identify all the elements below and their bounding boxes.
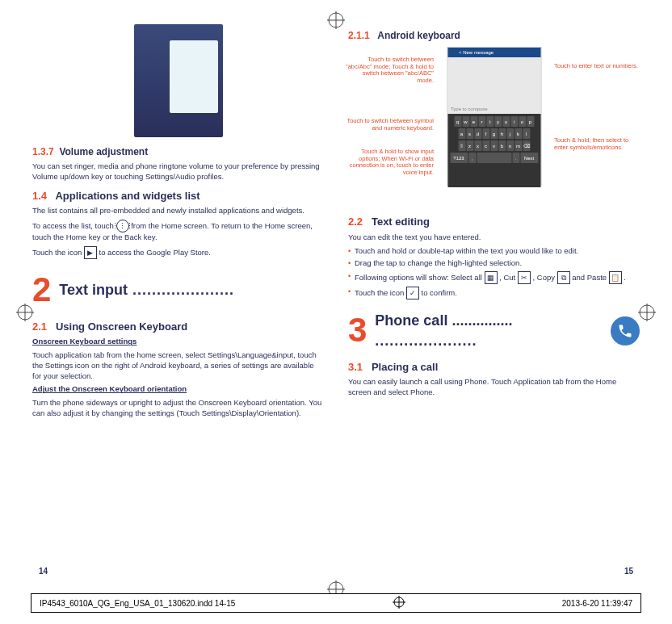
page-number-right: 15: [624, 567, 633, 576]
keyboard-phone-mock: < New message Type to compose q w e r t …: [447, 47, 541, 186]
body-1-4-p3: Touch the icon ▶ to access the Google Pl…: [32, 246, 324, 259]
list-item: Following options will show: Select all …: [348, 271, 640, 284]
settings-screenshot: [134, 24, 223, 137]
keyboard-key: x: [474, 140, 481, 151]
symbol-key: ?123: [450, 153, 468, 163]
chapter-3-heading: 3 Phone call ...............: [348, 308, 640, 354]
keyboard-key: u: [502, 116, 510, 127]
keyboard-key: o: [519, 116, 526, 127]
apps-grid-icon: ⋮⋮⋮: [116, 220, 129, 232]
page-number-left: 14: [39, 567, 48, 576]
heading-2-2: 2.2 Text editing: [348, 215, 640, 229]
cut-icon: ✂: [518, 271, 531, 284]
keyboard-key: v: [490, 140, 498, 151]
phone-app-icon: [611, 316, 640, 346]
list-item: Touch and hold or double-tap within the …: [348, 246, 640, 257]
callout-mode-switch: Touch to switch between "abc/Abc" mode; …: [345, 57, 434, 85]
keyboard-key: k: [514, 128, 522, 139]
keyboard-key: d: [474, 128, 481, 139]
keyboard-key: s: [466, 128, 473, 139]
list-item: Touch the icon ✓ to confirm.: [348, 287, 640, 299]
list-item: Drag the tap to change the high-lighted …: [348, 258, 640, 269]
body-3-1: You can easily launch a call using Phone…: [348, 377, 640, 398]
body-1-3-7: You can set ringer, media and phone ring…: [32, 161, 324, 182]
keyboard-key: f: [482, 128, 489, 139]
keyboard-key: y: [494, 116, 502, 127]
select-all-icon: ▦: [485, 271, 498, 284]
right-page: 2.1.1 Android keyboard Touch to switch b…: [348, 24, 640, 422]
compose-placeholder: Type to compose: [451, 106, 488, 112]
callout-voice-input: Touch & hold to show input options; When…: [345, 149, 434, 177]
keyboard-key: z: [466, 140, 473, 151]
heading-1-3-7: 1.3.7 Volume adjustment: [32, 145, 324, 158]
backspace-key-icon: ⌫: [523, 140, 530, 151]
registration-mark-icon: [638, 304, 656, 321]
subheading-kb-orientation: Adjust the Onscreen Keyboard orientation: [32, 384, 324, 395]
keyboard-key: q: [454, 116, 461, 127]
chapter-2-heading: 2 Text input: [32, 267, 324, 313]
message-area: Type to compose: [447, 57, 540, 114]
keyboard-key: p: [527, 116, 534, 127]
keyboard-rows: q w e r t y u i o p a s d: [447, 114, 540, 187]
keyboard-key: l: [523, 128, 530, 139]
callout-symbol-keyboard: Touch to switch between symbol and numer…: [345, 118, 434, 132]
print-footer: IP4543_6010A_QG_Eng_USA_01_130620.indd 1…: [31, 593, 641, 613]
registration-mark-icon: [16, 304, 34, 321]
keyboard-key: e: [470, 116, 477, 127]
next-key: Next: [520, 153, 538, 163]
subheading-kb-settings: Onscreen Keyboard settings: [32, 337, 324, 347]
copy-icon: ⧉: [557, 271, 570, 284]
heading-1-4: 1.4 Applications and widgets list: [32, 189, 324, 203]
body-kb-settings: Touch application tab from the home scre…: [32, 350, 324, 381]
keyboard-key: m: [514, 140, 522, 151]
paste-icon: 📋: [609, 271, 622, 284]
callout-hold-symbols: Touch & hold, then select to enter symbo…: [554, 137, 643, 151]
page-spread: 1.3.7 Volume adjustment You can set ring…: [0, 0, 672, 422]
body-1-4-p1: The list contains all pre-embedded and n…: [32, 206, 324, 216]
keyboard-key: h: [498, 128, 506, 139]
footer-timestamp: 2013-6-20 11:39:47: [562, 599, 632, 608]
space-key: [477, 153, 511, 163]
keyboard-key: i: [510, 116, 518, 127]
keyboard-key: w: [462, 116, 469, 127]
phone-title-bar: < New message: [447, 48, 540, 57]
callout-enter-text: Touch to enter text or numbers.: [554, 63, 643, 70]
heading-2-1: 2.1 Using Onscreen Keyboard: [32, 320, 324, 334]
keyboard-key: j: [506, 128, 514, 139]
heading-2-1-1: 2.1.1 Android keyboard: [348, 29, 640, 42]
footer-filename: IP4543_6010A_QG_Eng_USA_01_130620.indd 1…: [40, 599, 235, 608]
left-page: 1.3.7 Volume adjustment You can set ring…: [32, 24, 324, 422]
registration-mark-icon: [327, 11, 345, 29]
keyboard-key: a: [458, 128, 465, 139]
text-editing-list: Touch and hold or double-tap within the …: [348, 246, 640, 300]
registration-mark-icon: [393, 596, 405, 610]
keyboard-key: g: [490, 128, 498, 139]
confirm-check-icon: ✓: [406, 287, 419, 299]
period-key: .: [512, 153, 519, 163]
keyboard-key: t: [486, 116, 494, 127]
keyboard-key: n: [506, 140, 514, 151]
shift-key-icon: ⇧: [458, 140, 465, 151]
heading-3-1: 3.1 Placing a call: [348, 360, 640, 375]
keyboard-key: c: [482, 140, 489, 151]
body-2-2-intro: You can edit the text you have entered.: [348, 232, 640, 243]
body-1-4-p2: To access the list, touch ⋮⋮⋮ from the H…: [32, 220, 324, 243]
body-kb-orientation: Turn the phone sideways or upright to ad…: [32, 398, 324, 419]
keyboard-key: b: [498, 140, 506, 151]
comma-key: ,: [468, 153, 476, 163]
keyboard-figure: Touch to switch between "abc/Abc" mode; …: [348, 47, 640, 208]
keyboard-key: r: [478, 116, 485, 127]
play-store-icon: ▶: [84, 246, 97, 259]
